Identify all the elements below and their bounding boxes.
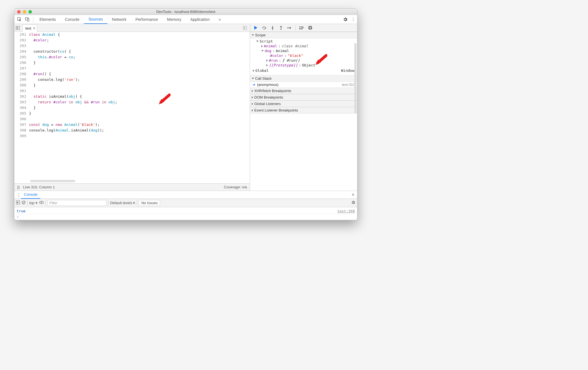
navigator-toggle-icon[interactable] (14, 26, 21, 30)
debugger-sidebar-toggle-icon[interactable] (242, 26, 248, 30)
console-sidebar-toggle-icon[interactable] (16, 200, 20, 205)
issues-button[interactable]: No Issues (139, 200, 160, 206)
code-content: class Animal { #color; constructor(co) {… (28, 32, 250, 183)
svg-marker-7 (254, 26, 257, 30)
event-listener-breakpoints-header[interactable]: Event Listener Breakpoints (250, 107, 357, 113)
h-scrollbar[interactable] (30, 180, 75, 182)
scope-animal[interactable]: Animal: class Animal (250, 44, 357, 48)
step-out-icon[interactable] (277, 24, 285, 32)
tab-console[interactable]: Console (60, 15, 84, 24)
svg-point-19 (287, 27, 288, 28)
console-body: true test:308 › (14, 207, 357, 220)
drawer-tab-console[interactable]: Console (21, 191, 40, 199)
svg-marker-15 (280, 26, 282, 27)
svg-rect-2 (27, 19, 29, 21)
tab-memory[interactable]: Memory (163, 15, 186, 24)
debugger-sidebar: Scope Script Animal: class Animal dog: A… (250, 32, 357, 191)
levels-selector[interactable]: Default levels ▾ (110, 201, 135, 205)
scope-header[interactable]: Scope (250, 32, 357, 38)
scope-global[interactable]: Global Window (250, 68, 357, 73)
line-gutter: 291 292 293 294 295 296 297 298 299 300 … (14, 32, 28, 183)
annotation-arrow-1 (158, 93, 171, 106)
svg-marker-21 (308, 26, 312, 30)
code-editor[interactable]: 291 292 293 294 295 296 297 298 299 300 … (14, 32, 250, 183)
step-icon[interactable] (286, 24, 293, 32)
console-toolbar: top ▾ Filter Default levels ▾ No Issues (14, 199, 357, 207)
drawer-tabs: ⋮ Console × (14, 191, 357, 199)
dom-breakpoints-header[interactable]: DOM Breakpoints (250, 94, 357, 101)
kebab-menu-icon[interactable]: ⋮ (349, 15, 357, 23)
tabs-overflow[interactable]: » (214, 15, 226, 24)
tab-elements[interactable]: Elements (35, 15, 60, 24)
console-drawer: ⋮ Console × top ▾ Filter Default levels … (14, 191, 357, 220)
live-expression-icon[interactable] (39, 201, 44, 205)
code-pane: 291 292 293 294 295 296 297 298 299 300 … (14, 32, 250, 191)
console-filter-input[interactable]: Filter (47, 200, 107, 206)
svg-marker-4 (17, 27, 18, 29)
resume-icon[interactable] (252, 24, 259, 32)
pretty-print-icon[interactable]: {} (17, 185, 20, 189)
scope-dog-run[interactable]: #run: ƒ #run() (250, 58, 357, 63)
global-listeners-header[interactable]: Global Listeners (250, 101, 357, 107)
console-source-link[interactable]: test:308 (337, 209, 355, 213)
cursor-position: Line 310, Column 1 (23, 185, 55, 189)
xhr-breakpoints-header[interactable]: XHR/fetch Breakpoints (250, 88, 357, 94)
tab-sources[interactable]: Sources (84, 15, 107, 24)
device-toggle-icon[interactable] (23, 15, 31, 23)
close-drawer-icon[interactable]: × (351, 192, 355, 197)
window-titlebar: DevTools - localhost:8080/demo/test (14, 9, 357, 15)
sources-filebar: test × (14, 24, 357, 32)
main-toolbar: Elements Console Sources Network Perform… (14, 15, 357, 24)
svg-marker-12 (271, 28, 274, 29)
scope-body: Script Animal: class Animal dog: Animal … (250, 38, 357, 75)
svg-rect-8 (257, 28, 258, 30)
scope-dog-color[interactable]: #color: "black" (250, 53, 357, 58)
file-tab-test[interactable]: test × (22, 24, 37, 32)
tab-application[interactable]: Application (186, 15, 214, 24)
svg-point-10 (264, 28, 264, 29)
callstack-header[interactable]: Call Stack (250, 75, 357, 82)
devtools-window: DevTools - localhost:8080/demo/test Elem… (14, 8, 357, 220)
callstack-frame[interactable]: ➔ (anonymous) test:310 (250, 82, 357, 88)
svg-rect-23 (310, 27, 311, 29)
coverage-label: Coverage: n/a (224, 185, 247, 189)
step-over-icon[interactable] (260, 24, 268, 32)
svg-marker-6 (244, 27, 246, 29)
clear-console-icon[interactable] (22, 200, 26, 205)
window-title: DevTools - localhost:8080/demo/test (14, 10, 357, 14)
console-settings-icon[interactable] (351, 200, 355, 206)
context-selector[interactable]: top ▾ (29, 201, 37, 205)
sidebar-scrollbar[interactable] (354, 43, 357, 113)
tab-performance[interactable]: Performance (131, 15, 162, 24)
drawer-menu-icon[interactable]: ⋮ (16, 192, 21, 197)
console-prompt[interactable]: › (17, 214, 355, 219)
pause-exceptions-icon[interactable] (306, 24, 314, 32)
file-tab-label: test (25, 26, 31, 30)
step-into-icon[interactable] (269, 24, 276, 32)
svg-point-13 (272, 29, 273, 30)
close-file-icon[interactable]: × (33, 26, 35, 30)
scope-dog[interactable]: dog: Animal (250, 48, 357, 53)
inspect-icon[interactable] (16, 15, 23, 23)
svg-rect-22 (310, 27, 310, 29)
svg-marker-27 (17, 202, 19, 203)
tab-network[interactable]: Network (107, 15, 131, 24)
annotation-arrow-2 (315, 54, 327, 66)
sources-split: 291 292 293 294 295 296 297 298 299 300 … (14, 32, 357, 191)
settings-icon[interactable] (341, 15, 349, 23)
svg-point-31 (41, 202, 42, 203)
svg-marker-18 (290, 27, 291, 29)
deactivate-breakpoints-icon[interactable] (298, 24, 305, 32)
scope-dog-proto[interactable]: [[Prototype]]: Object (250, 63, 357, 68)
console-message[interactable]: true test:308 (17, 208, 355, 214)
scope-script[interactable]: Script (250, 39, 357, 44)
svg-line-29 (23, 201, 25, 204)
svg-point-16 (280, 29, 281, 30)
debugger-controls (250, 24, 357, 32)
editor-statusbar: {} Line 310, Column 1 Coverage: n/a (14, 183, 250, 191)
